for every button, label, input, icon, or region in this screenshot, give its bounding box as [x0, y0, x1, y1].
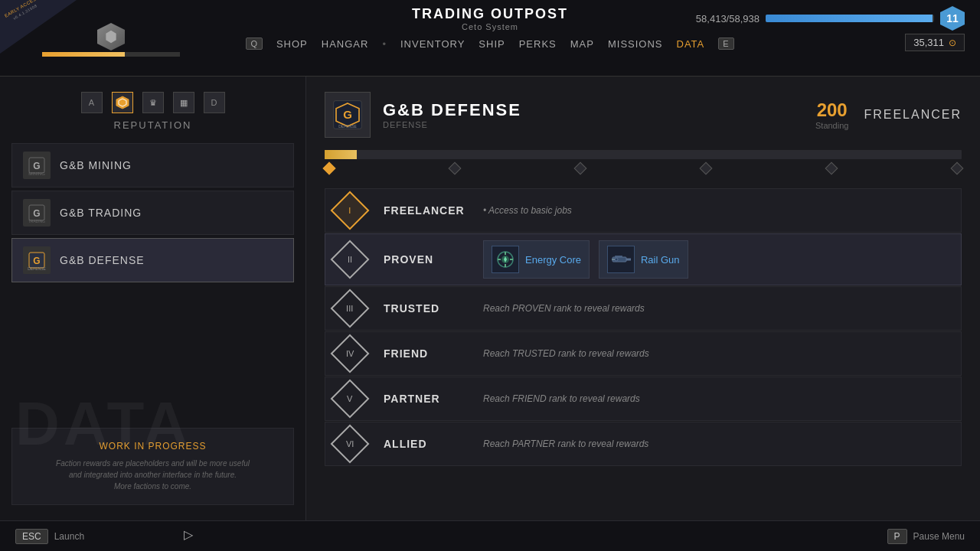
nav-bar: Q SHOP HANGAR • INVENTORY SHIP PERKS MAP… — [246, 37, 733, 50]
rank-badge-freelancer: I — [325, 189, 374, 232]
top-right-area: 58,413/58,938 11 35,311 ⊙ — [696, 6, 965, 51]
rank-rewards-proven: Energy Core Rail Gun — [474, 234, 961, 285]
svg-text:MINING: MINING — [28, 171, 45, 176]
pause-label: Pause Menu — [913, 531, 965, 542]
nav-map[interactable]: MAP — [570, 38, 594, 50]
bottom-left-keys: ESC Launch — [15, 529, 84, 544]
bottom-right-keys: P Pause Menu — [887, 529, 965, 544]
faction-logo-defense: G DEFENSE — [23, 246, 51, 274]
player-avatar — [97, 23, 125, 51]
rank-badge-partner: V — [325, 377, 374, 420]
progress-marker-5 — [825, 162, 838, 175]
rank-rewards-trusted: Reach PROVEN rank to reveal rewards — [474, 297, 961, 320]
rank-numeral-5: V — [347, 394, 352, 403]
rep-nav-icons: A ♛ ▦ D — [11, 92, 294, 113]
energy-core-name: Energy Core — [525, 254, 581, 266]
rank-name-partner: PARTNER — [374, 386, 474, 411]
faction-title-area: G&B DEFENSE DEFENSE — [383, 100, 521, 129]
progress-fill — [325, 150, 357, 159]
faction-name-defense: G&B DEFENSE — [60, 254, 145, 266]
bottom-bar: ESC Launch ▷ P Pause Menu — [0, 520, 980, 551]
rep-nav-chart[interactable]: ▦ — [173, 92, 194, 113]
faction-item-defense[interactable]: G DEFENSE G&B DEFENSE — [11, 238, 294, 282]
exp-bar — [42, 52, 180, 57]
rank-badge-friend: IV — [325, 332, 374, 375]
rail-gun-icon — [607, 246, 635, 273]
rank-badge-proven: II — [325, 238, 374, 281]
p-key[interactable]: P — [887, 529, 907, 544]
svg-point-24 — [615, 258, 618, 261]
rank-row-trusted: III TRUSTED Reach PROVEN rank to reveal … — [325, 286, 962, 331]
progress-track — [325, 150, 962, 159]
nav-perks[interactable]: PERKS — [519, 38, 557, 50]
faction-list: G MINING G&B MINING G TRADING G&B TRADIN… — [11, 143, 294, 282]
credits-display: 35,311 ⊙ — [905, 34, 965, 51]
faction-name-trading: G&B TRADING — [60, 207, 142, 219]
progress-section — [325, 150, 962, 173]
svg-text:G: G — [343, 108, 352, 121]
svg-marker-0 — [116, 96, 129, 109]
allied-reward-text: Reach PARTNER rank to reveal rewards — [483, 439, 648, 449]
ranks-container: I FREELANCER • Access to basic jobs II P… — [325, 188, 962, 466]
wip-title: WORK IN PROGRESS — [24, 441, 281, 452]
progress-marker-3 — [574, 162, 587, 175]
faction-item-mining[interactable]: G MINING G&B MINING — [11, 143, 294, 187]
rank-name-allied: ALLIED — [374, 432, 474, 456]
svg-rect-22 — [626, 259, 631, 261]
nav-left-key[interactable]: Q — [246, 37, 263, 50]
faction-header-title: G&B DEFENSE — [383, 100, 521, 120]
faction-header-sub: DEFENSE — [383, 120, 521, 129]
rep-nav-prev[interactable]: A — [81, 92, 103, 113]
launch-label: Launch — [54, 531, 84, 542]
esc-key[interactable]: ESC — [15, 529, 48, 544]
rank-diamond-1: I — [331, 191, 370, 230]
trusted-reward-text: Reach PROVEN rank to reveal rewards — [483, 303, 645, 314]
progress-markers — [325, 164, 962, 173]
svg-text:G: G — [33, 256, 40, 266]
rank-row-friend: IV FRIEND Reach TRUSTED rank to reveal r… — [325, 331, 962, 376]
rank-badge-allied: VI — [325, 422, 374, 465]
rank-numeral-1: I — [348, 206, 351, 215]
rank-diamond-4: IV — [331, 334, 370, 373]
faction-logo-trading: G TRADING — [23, 199, 51, 227]
svg-text:G: G — [33, 161, 40, 171]
credits-icon: ⊙ — [949, 37, 956, 48]
partner-reward-text: Reach FRIEND rank to reveal rewards — [483, 393, 640, 404]
faction-header: G DEFENSE G&B DEFENSE DEFENSE 200 Standi… — [325, 92, 962, 138]
rank-numeral-4: IV — [346, 349, 354, 358]
nav-hangar[interactable]: HANGAR — [322, 38, 369, 50]
faction-big-logo: G DEFENSE — [325, 92, 371, 138]
rank-numeral-3: III — [346, 304, 353, 313]
rep-nav-next[interactable]: D — [204, 92, 225, 113]
nav-inventory[interactable]: INVENTORY — [400, 38, 465, 50]
reward-rail-gun[interactable]: Rail Gun — [599, 240, 688, 279]
nav-missions[interactable]: MISSIONS — [608, 38, 663, 50]
svg-rect-25 — [612, 259, 615, 260]
level-badge: 11 — [940, 6, 965, 31]
standing-number: 200 — [815, 99, 848, 121]
health-text: 58,413/58,938 — [696, 13, 760, 24]
nav-ship[interactable]: SHIP — [479, 38, 505, 50]
sidebar: A ♛ ▦ D REPUTATION G MINING — [0, 77, 306, 520]
rank-name-freelancer: FREELANCER — [374, 198, 474, 223]
health-fill — [766, 15, 933, 22]
rank-row-allied: VI ALLIED Reach PARTNER rank to reveal r… — [325, 422, 962, 466]
rank-numeral-2: II — [348, 255, 352, 264]
standing-area: 200 Standing FREELANCER — [815, 99, 962, 130]
standing-value: 200 Standing — [815, 99, 848, 130]
rank-name-proven: PROVEN — [374, 247, 474, 272]
nav-shop[interactable]: SHOP — [276, 38, 308, 50]
reward-energy-core[interactable]: Energy Core — [483, 240, 590, 279]
faction-item-trading[interactable]: G TRADING G&B TRADING — [11, 191, 294, 235]
faction-name-mining: G&B MINING — [60, 159, 132, 171]
energy-core-icon — [492, 246, 519, 273]
rank-diamond-3: III — [331, 289, 370, 328]
station-title: TRADING OUTPOST — [412, 6, 568, 22]
svg-rect-23 — [615, 256, 622, 257]
work-in-progress: WORK IN PROGRESS Faction rewards are pla… — [11, 428, 294, 505]
top-bar: EARLY ACCESS v0.4.1.21508 TRADING OUTPOS… — [0, 0, 980, 77]
rank-rewards-freelancer: • Access to basic jobs — [474, 199, 961, 222]
svg-text:DEFENSE: DEFENSE — [338, 124, 357, 129]
reputation-title: REPUTATION — [11, 119, 294, 131]
rail-gun-name: Rail Gun — [641, 254, 680, 266]
